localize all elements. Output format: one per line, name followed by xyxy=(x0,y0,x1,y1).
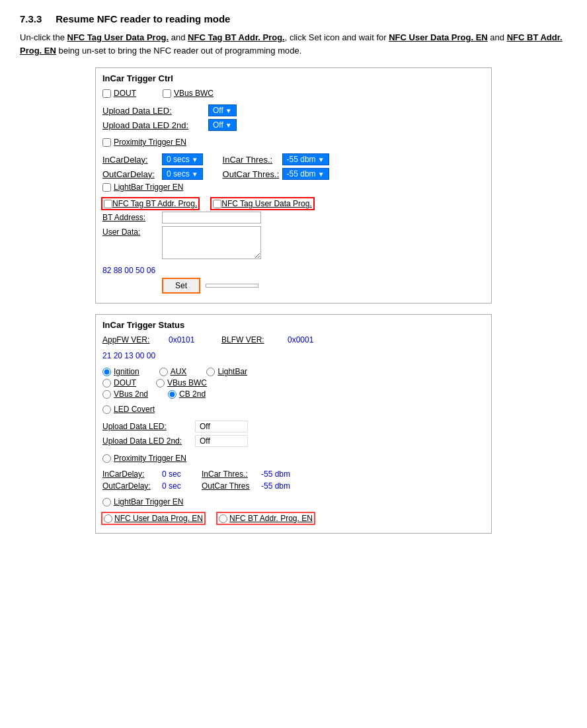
status-lightbar-radio-label[interactable]: LightBar Trigger EN xyxy=(102,497,183,506)
cb2nd-radio[interactable] xyxy=(168,390,176,399)
status-incar-row: InCarDelay: 0 sec InCar Thres.: -55 dbm xyxy=(102,469,485,479)
status-upload-led-label: Upload Data LED: xyxy=(102,422,195,431)
nfc-user-data-status-label: NFC User Data Prog. EN xyxy=(114,514,203,523)
status-upload-led2-value: Off xyxy=(195,435,248,447)
led-covert-radio[interactable] xyxy=(102,405,111,414)
status-lightbar-radio[interactable] xyxy=(102,498,111,506)
ignition-radio-label[interactable]: Ignition xyxy=(102,367,139,376)
outcar-delay-value: 0 secs xyxy=(167,169,190,179)
proximity-row: Proximity Trigger EN xyxy=(102,138,485,147)
status-proximity-label: Proximity Trigger EN xyxy=(114,454,186,463)
status-upload-led2-label: Upload Data LED 2nd: xyxy=(102,436,195,446)
appfw-ver-value: 0x0101 xyxy=(169,335,221,344)
outcar-thres-value: -55 dbm xyxy=(287,169,316,179)
appfw-ver-label: AppFW VER: xyxy=(102,335,169,344)
status-incar-delay-label: InCarDelay: xyxy=(102,469,162,479)
lightbar-radio-label[interactable]: LightBar xyxy=(206,367,247,376)
vbus2nd-radio-label[interactable]: VBus 2nd xyxy=(102,389,148,399)
incar-thres-dropdown[interactable]: -55 dbm ▼ xyxy=(282,153,329,165)
set-button[interactable]: Set xyxy=(162,278,200,294)
vbus2nd-radio[interactable] xyxy=(102,390,111,399)
vbus-bwc-radio[interactable] xyxy=(156,379,165,387)
outcar-delay-thres-row: OutCarDelay: 0 secs ▼ OutCar Thres.: -55… xyxy=(102,168,485,180)
incar-delay-thres-row: InCarDelay: 0 secs ▼ InCar Thres.: -55 d… xyxy=(102,153,485,165)
nfc-bt-addr-checkbox[interactable] xyxy=(104,200,112,208)
status-proximity-radio-label[interactable]: Proximity Trigger EN xyxy=(102,454,186,463)
blfw-ver-label: BLFW VER: xyxy=(221,335,288,344)
nfc-user-data-checkbox[interactable] xyxy=(213,200,221,208)
radio-row1: Ignition AUX LightBar xyxy=(102,367,485,376)
vbus-bwc-checkbox-label[interactable]: VBus BWC xyxy=(163,89,214,98)
panel2-title: InCar Trigger Status xyxy=(102,320,485,330)
lightbar-checkbox-label[interactable]: LightBar Trigger EN xyxy=(102,182,183,192)
vbus2nd-label: VBus 2nd xyxy=(114,389,148,399)
upload-led-value: Off xyxy=(213,106,223,115)
vbus-bwc-label-status: VBus BWC xyxy=(167,378,207,387)
status-proximity-row: Proximity Trigger EN xyxy=(102,454,485,463)
status-upload-led-row: Upload Data LED: Off xyxy=(102,421,485,432)
hex-data-row: 82 88 00 50 06 xyxy=(102,266,485,275)
outcar-thres-dropdown[interactable]: -55 dbm ▼ xyxy=(282,168,329,180)
status-incar-delay-value: 0 sec xyxy=(162,469,202,479)
aux-radio[interactable] xyxy=(159,368,168,376)
upload-led2-dropdown[interactable]: Off ▼ xyxy=(208,119,237,131)
incar-trigger-ctrl-panel: InCar Trigger Ctrl DOUT VBus BWC Upload … xyxy=(95,67,492,303)
lightbar-radio[interactable] xyxy=(206,368,215,376)
upload-led-row: Upload Data LED: Off ▼ xyxy=(102,104,485,116)
upload-led2-label: Upload Data LED 2nd: xyxy=(102,120,208,130)
nfc-bt-addr-status-radio[interactable] xyxy=(219,514,227,523)
proximity-checkbox-label[interactable]: Proximity Trigger EN xyxy=(102,138,186,147)
radio-row2: DOUT VBus BWC xyxy=(102,378,485,387)
nfc-bt-addr-status-label: NFC BT Addr. Prog. EN xyxy=(229,514,313,523)
aux-radio-label[interactable]: AUX xyxy=(159,367,187,376)
status-outcar-thres-value: -55 dbm xyxy=(261,481,290,491)
lightbar-checkbox[interactable] xyxy=(102,183,111,192)
upload-led-dropdown[interactable]: Off ▼ xyxy=(208,104,237,116)
incar-trigger-status-panel: InCar Trigger Status AppFW VER: 0x0101 B… xyxy=(95,314,492,534)
radio-row3: VBus 2nd CB 2nd xyxy=(102,389,485,399)
status-outcar-row: OutCarDelay: 0 sec OutCar Thres -55 dbm xyxy=(102,481,485,491)
dout-vbus-row: DOUT VBus BWC xyxy=(102,89,485,98)
dropdown-arrow2: ▼ xyxy=(225,122,232,129)
outcar-delay-dropdown[interactable]: 0 secs ▼ xyxy=(162,168,203,180)
outcar-thres-label: OutCar Thres.: xyxy=(223,169,282,179)
nfc-user-data-status-radio[interactable] xyxy=(104,514,112,523)
dout-checkbox-label[interactable]: DOUT xyxy=(102,89,136,98)
upload-led2-value: Off xyxy=(213,120,223,130)
set-ok-row: Set xyxy=(102,278,485,294)
bt-address-input[interactable] xyxy=(162,212,261,223)
vbus-bwc-checkbox[interactable] xyxy=(163,89,171,98)
proximity-checkbox[interactable] xyxy=(102,138,111,147)
status-proximity-radio[interactable] xyxy=(102,454,111,463)
status-incar-thres-value: -55 dbm xyxy=(261,469,290,479)
status-outcar-delay-label: OutCarDelay: xyxy=(102,481,162,491)
dout-radio-label[interactable]: DOUT xyxy=(102,378,136,387)
upload-led2-row: Upload Data LED 2nd: Off ▼ xyxy=(102,119,485,131)
dout-radio[interactable] xyxy=(102,379,111,387)
ok-field xyxy=(206,284,258,288)
status-upload-led-value: Off xyxy=(195,421,248,432)
proximity-label: Proximity Trigger EN xyxy=(114,138,186,147)
ignition-radio[interactable] xyxy=(102,368,111,376)
incar-delay-dropdown[interactable]: 0 secs ▼ xyxy=(162,153,203,165)
outcar-delay-label: OutCarDelay: xyxy=(102,169,162,179)
dropdown-arrow: ▼ xyxy=(225,107,232,114)
vbus-bwc-label: VBus BWC xyxy=(174,89,214,98)
dout-checkbox[interactable] xyxy=(102,89,111,98)
upload-led-label: Upload Data LED: xyxy=(102,106,208,116)
lightbar-label: LightBar Trigger EN xyxy=(114,182,183,192)
user-data-input[interactable] xyxy=(162,226,261,259)
nfc-bt-addr-checkbox-container: NFC Tag BT Addr. Prog. xyxy=(102,198,198,209)
status-lightbar-row: LightBar Trigger EN xyxy=(102,497,485,506)
vbus-bwc-radio-label[interactable]: VBus BWC xyxy=(156,378,207,387)
cb2nd-label: CB 2nd xyxy=(179,389,206,399)
cb2nd-radio-label[interactable]: CB 2nd xyxy=(168,389,206,399)
panel1-title: InCar Trigger Ctrl xyxy=(102,73,485,83)
status-lightbar-label: LightBar Trigger EN xyxy=(114,497,183,506)
section-title: 7.3.3 Resume NFC reader to reading mode xyxy=(20,13,567,24)
intro-paragraph: Un-click the NFC Tag User Data Prog. and… xyxy=(20,31,567,57)
nfc-user-data-checkbox-container: NFC Tag User Data Prog. xyxy=(212,198,313,209)
led-covert-radio-label[interactable]: LED Covert xyxy=(102,405,155,414)
nfc-user-data-status-container: NFC User Data Prog. EN xyxy=(102,513,204,524)
nfc-bt-addr-status-container: NFC BT Addr. Prog. EN xyxy=(217,513,314,524)
